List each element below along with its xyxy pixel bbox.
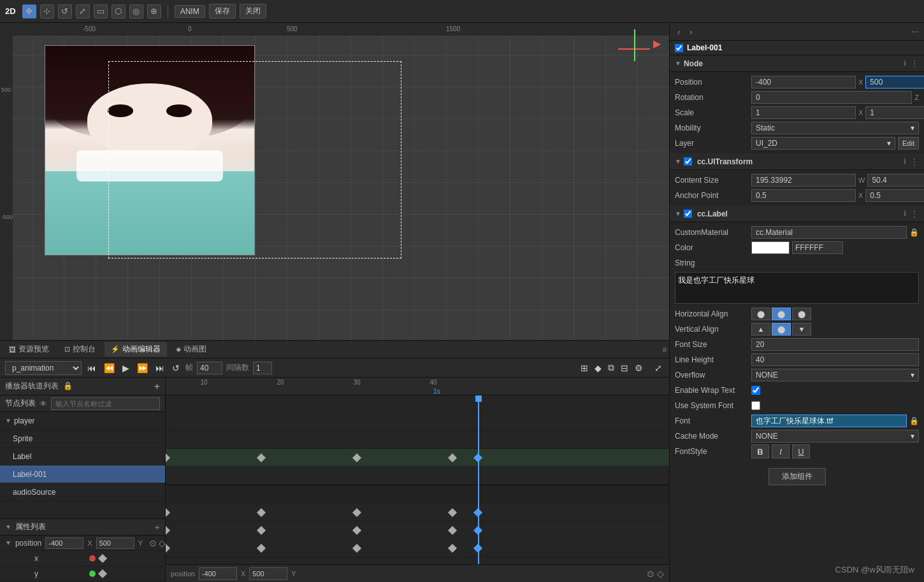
position-x-input[interactable]	[751, 76, 856, 89]
kf-y-1[interactable]	[257, 543, 266, 552]
tab-console[interactable]: ⊡ 控制台	[58, 342, 102, 357]
prop-y-dot[interactable]	[89, 571, 96, 577]
kf-y-0[interactable]	[166, 543, 170, 552]
prop-key-btn[interactable]: ◇	[159, 538, 166, 548]
node-item-label001[interactable]: Label-001	[0, 465, 165, 483]
inspector-back-btn[interactable]: ‹	[675, 25, 683, 38]
uitransform-info-icon[interactable]: ℹ	[904, 157, 906, 166]
track-x[interactable]	[166, 522, 669, 539]
material-lock-icon[interactable]: 🔒	[909, 228, 919, 237]
content-size-w-input[interactable]	[751, 174, 856, 187]
anim-skip-start[interactable]: ⏮	[85, 362, 98, 374]
rotation-input[interactable]	[751, 91, 912, 104]
timeline-tracks[interactable]	[166, 395, 669, 564]
tab-anim-editor[interactable]: ⚡ 动画编辑器	[105, 342, 167, 357]
fontstyle-italic-btn[interactable]: I	[772, 444, 790, 458]
v-align-bottom-btn[interactable]: ▼	[792, 323, 811, 336]
label-info-icon[interactable]: ℹ	[904, 209, 906, 218]
prop-x-dot[interactable]	[89, 555, 96, 562]
overflow-dropdown[interactable]: NONE ▾	[751, 369, 919, 381]
kf-label001-2[interactable]	[352, 453, 361, 462]
save-button[interactable]: 保存	[209, 4, 236, 18]
node-section-header[interactable]: ▼ Node ℹ ⋮	[670, 55, 924, 72]
kf-label001-0[interactable]	[166, 453, 170, 462]
circle-tool[interactable]: ◎	[129, 4, 143, 18]
anim-next-frame[interactable]: ⏩	[135, 362, 150, 374]
rotate-tool[interactable]: ↺	[58, 4, 72, 18]
font-input[interactable]	[751, 415, 907, 427]
interval-input[interactable]	[253, 362, 272, 374]
kf-y-2[interactable]	[352, 543, 361, 552]
track-y[interactable]	[166, 539, 669, 557]
kf-x-3[interactable]	[448, 525, 457, 534]
layer-dropdown[interactable]: UI_2D ▾	[751, 137, 895, 150]
anim-play[interactable]: ▶	[120, 362, 131, 374]
mobility-dropdown[interactable]: Static ▾	[751, 122, 919, 134]
color-hex-input[interactable]	[792, 241, 843, 254]
node-more-icon[interactable]: ⋮	[910, 59, 919, 69]
anim-expand-btn[interactable]: ⤢	[653, 361, 664, 374]
kf-x-0[interactable]	[166, 525, 170, 534]
viewport[interactable]: -500 0 500 1500 500 -500	[0, 23, 669, 340]
uitransform-section-header[interactable]: ▼ cc.UITransform ℹ ⋮	[670, 153, 924, 170]
kf-y-3[interactable]	[448, 543, 457, 552]
color-swatch[interactable]	[751, 241, 790, 254]
track-label001[interactable]	[166, 449, 669, 467]
label-section-header[interactable]: ▼ cc.Label ℹ ⋮	[670, 206, 924, 222]
tab-anim-graph[interactable]: ◈ 动画图	[170, 342, 213, 357]
position-y-input[interactable]	[865, 76, 924, 89]
font-lock-icon[interactable]: 🔒	[909, 416, 919, 425]
kf-pos-2[interactable]	[352, 507, 361, 516]
kf-pos-1[interactable]	[257, 507, 266, 516]
kf-x-2[interactable]	[352, 525, 361, 534]
anim-grid-btn[interactable]: ⊞	[579, 361, 590, 374]
add-prop-btn[interactable]: +	[155, 522, 160, 532]
component-enable-check[interactable]	[675, 44, 683, 52]
prop-position-x-input[interactable]	[45, 537, 83, 549]
select-tool[interactable]: ✥	[22, 4, 36, 18]
prop-record-btn[interactable]: ⊙	[149, 538, 157, 548]
anim-prev-frame[interactable]: ⏪	[102, 362, 117, 374]
tl-position-y[interactable]	[249, 567, 287, 580]
anim-button[interactable]: ANIM	[175, 5, 205, 18]
anim-skip-end[interactable]: ⏭	[154, 362, 166, 374]
add-track-btn[interactable]: +	[154, 381, 160, 392]
use-system-font-check[interactable]	[751, 401, 760, 410]
h-align-left-btn[interactable]: ⬤	[751, 308, 770, 320]
prop-position-y-input[interactable]	[96, 537, 134, 549]
string-textarea[interactable]: 我是也字工厂快乐星球	[675, 272, 919, 304]
h-align-right-btn[interactable]: ⬤	[792, 308, 811, 320]
anchor-x-input[interactable]	[751, 189, 856, 202]
enable-wrap-check[interactable]	[751, 386, 760, 395]
cache-mode-dropdown[interactable]: NONE ▾	[751, 430, 919, 443]
rect-tool[interactable]: ▭	[94, 4, 108, 18]
anim-loop[interactable]: ↺	[170, 362, 182, 374]
tab-resource[interactable]: 🖼 资源预览	[3, 342, 55, 357]
node-item-player[interactable]: ▼ player	[0, 412, 165, 430]
track-position[interactable]	[166, 504, 669, 522]
node-info-icon[interactable]: ℹ	[904, 59, 906, 67]
content-size-h-input[interactable]	[867, 174, 924, 187]
prop-y-diamond[interactable]	[98, 569, 107, 578]
line-height-input[interactable]	[751, 353, 919, 366]
uitransform-enable-check[interactable]	[684, 157, 692, 166]
node-item-audiosource[interactable]: audioSource	[0, 483, 165, 501]
label-enable-check[interactable]	[684, 209, 692, 218]
fontstyle-bold-btn[interactable]: B	[751, 444, 769, 458]
panel-menu-btn[interactable]: ≡	[662, 345, 667, 354]
anim-copy-btn[interactable]: ⧉	[606, 361, 616, 374]
uitransform-more-icon[interactable]: ⋮	[910, 157, 919, 167]
node-filter-input[interactable]	[51, 397, 160, 410]
kf-x-1[interactable]	[257, 525, 266, 534]
scale-y-input[interactable]	[865, 106, 924, 119]
node-item-label[interactable]: Label	[0, 448, 165, 465]
polygon-tool[interactable]: ⬡	[112, 4, 126, 18]
fontstyle-underline-btn[interactable]: U	[792, 444, 810, 458]
anchor-y-input[interactable]	[865, 189, 924, 202]
inspector-forward-btn[interactable]: ›	[687, 25, 695, 38]
v-align-middle-btn[interactable]: ⬤	[772, 323, 791, 336]
v-align-top-btn[interactable]: ▲	[751, 323, 770, 336]
kf-pos-0[interactable]	[166, 507, 170, 516]
kf-pos-3[interactable]	[448, 507, 457, 516]
visibility-icon[interactable]: 👁	[40, 399, 47, 408]
